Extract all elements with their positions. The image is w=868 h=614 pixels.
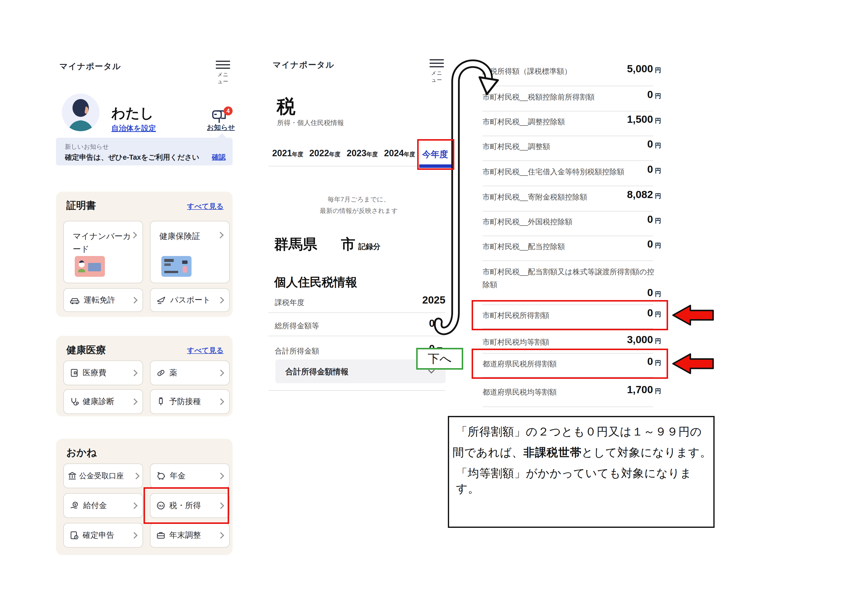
notice-confirm-link[interactable]: 確認 [212, 152, 226, 162]
tile-label: 年金 [170, 470, 186, 481]
tile-vaccination[interactable]: 予防接種 [150, 389, 229, 414]
app-title: マイナポータル [273, 59, 335, 71]
row-label: 総所得金額等 [274, 321, 319, 331]
highlight-tax-income-tile [144, 487, 229, 524]
red-arrow-left-icon [672, 353, 714, 375]
car-icon [70, 295, 80, 305]
stethoscope-icon [70, 397, 79, 406]
tax-row-value: 0円 [562, 213, 661, 225]
note-line-3: 「均等割額」がかかっていても対象になります。 [456, 466, 713, 496]
notice-text: 確定申告は、ぜひe-Taxをご利用ください [65, 152, 200, 162]
chevron-right-icon [217, 370, 224, 376]
chevron-right-icon [131, 532, 138, 539]
accordion-label: 合計所得金額情報 [285, 367, 349, 377]
tax-row-value: 3,000円 [562, 334, 661, 346]
explanation-box: 「所得割額」の２つとも０円又は１～９９円の 間であれば、非課税世帯として対象にな… [448, 416, 715, 528]
section-title-resident-tax: 個人住民税情報 [274, 274, 357, 290]
notice-caption: 新しいお知らせ [65, 143, 109, 151]
chevron-right-icon [131, 398, 138, 405]
tax-row-value: 5,000円 [562, 63, 661, 75]
tax-row-value: 1,500円 [562, 113, 661, 125]
notice-banner: 新しいお知らせ 確定申告は、ぜひe-Taxをご利用ください 確認 [56, 138, 232, 165]
tax-return-document-icon: ¥ [70, 531, 79, 540]
tax-row-value: 0円 [562, 287, 661, 298]
tax-row-value: 0円 [562, 89, 661, 101]
notifications-link[interactable]: お知らせ [207, 123, 235, 132]
menu-label: メニュー [216, 71, 230, 85]
tax-row-value: 0円 [562, 163, 661, 175]
insurance-card-illustration [161, 256, 192, 277]
profile-name: わたし [112, 104, 154, 123]
tile-medicine[interactable]: 薬 [150, 361, 229, 385]
money-title: おかね [66, 446, 97, 459]
tile-label: 健康保険証 [160, 230, 218, 242]
tab-2021[interactable]: 2021年度 [272, 148, 303, 159]
page-title: 税 [277, 94, 295, 120]
row-divider [268, 312, 445, 313]
set-municipality-link[interactable]: 自治体を設定 [112, 123, 156, 134]
tabs-divider [268, 166, 417, 166]
chevron-right-icon [217, 398, 224, 405]
tile-drivers-license[interactable]: 運転免許 [64, 288, 143, 312]
tile-benefits[interactable]: 給付金 [64, 493, 143, 518]
row-divider [268, 336, 445, 336]
note-bold-nontax-household: 非課税世帯 [523, 446, 581, 459]
health-title: 健康医療 [66, 343, 106, 357]
tile-label: 確定申告 [83, 530, 114, 541]
chevron-right-icon [217, 297, 224, 303]
tile-pension[interactable]: 年金 [150, 463, 229, 488]
menu-button[interactable]: メニュー [216, 58, 230, 85]
notification-badge: 4 [224, 106, 232, 115]
chevron-right-icon [131, 502, 138, 509]
briefcase-icon [157, 531, 165, 540]
tab-2024[interactable]: 2024年度 [384, 148, 415, 159]
row-label: 課税年度 [274, 298, 304, 308]
svg-text:¥: ¥ [76, 536, 77, 539]
tab-2022[interactable]: 2022年度 [309, 148, 341, 159]
prefecture-name: 群馬県 [274, 235, 317, 254]
tile-label: 健康診断 [83, 396, 114, 407]
mynumber-card-illustration [75, 256, 105, 277]
pill-icon [157, 368, 165, 377]
red-arrow-left-icon [672, 304, 714, 326]
note-line-1: 「所得割額」の２つとも０円又は１～９９円の [456, 424, 702, 440]
certificates-see-all-link[interactable]: すべて見る [187, 202, 224, 211]
tile-label: 薬 [169, 367, 177, 378]
health-see-all-link[interactable]: すべて見る [187, 346, 224, 356]
tile-label: パスポート [170, 295, 211, 306]
tile-health-checkup[interactable]: 健康診断 [64, 389, 143, 414]
tile-label: 運転免許 [84, 295, 115, 306]
tile-passport[interactable]: パスポート [150, 288, 229, 312]
bank-icon [68, 471, 77, 480]
receipt-icon [70, 368, 79, 377]
tax-row-value: 1,700円 [562, 384, 661, 396]
tile-mynumber-card[interactable]: マイナンバーカード [64, 221, 143, 283]
tile-label: 予防接種 [169, 396, 201, 407]
tile-year-end-adjustment[interactable]: 年末調整 [150, 523, 229, 548]
tile-health-insurance-card[interactable]: 健康保険証 [150, 221, 229, 283]
note-line-2: 間であれば、非課税世帯として対象になります。 [453, 445, 711, 460]
chevron-right-icon [217, 232, 224, 238]
page: マイナポータル メニュー わたし 自治体を設定 4 お知らせ 新しいお知らせ 確… [0, 0, 868, 614]
tax-row-value: 8,082円 [562, 189, 661, 201]
highlight-current-year-tab [417, 139, 454, 170]
tile-label: 給付金 [83, 500, 107, 511]
chevron-right-icon [131, 370, 138, 376]
tile-label: マイナンバーカード [73, 230, 132, 255]
certificates-title: 証明書 [66, 199, 96, 212]
chevron-right-icon [130, 232, 137, 238]
tile-tax-return[interactable]: ¥ 確定申告 [64, 523, 143, 548]
refresh-note: 毎年7月ごろまでに、 最新の情報が反映されます [277, 194, 440, 216]
tile-label: 年末調整 [169, 530, 201, 541]
chevron-right-icon [133, 473, 140, 479]
app-title: マイナポータル [59, 61, 121, 72]
tax-row-value: 0円 [562, 138, 661, 150]
airplane-icon [157, 295, 166, 305]
tile-public-funds-account[interactable]: 公金受取口座 [64, 463, 143, 488]
hamburger-icon [216, 61, 230, 69]
tab-2023[interactable]: 2023年度 [347, 148, 378, 159]
highlight-municipal-income-levy [471, 300, 668, 330]
piggy-bank-icon [157, 471, 166, 480]
record-suffix: 記録分 [358, 242, 381, 252]
tile-medical-expenses[interactable]: 医療費 [64, 361, 143, 385]
